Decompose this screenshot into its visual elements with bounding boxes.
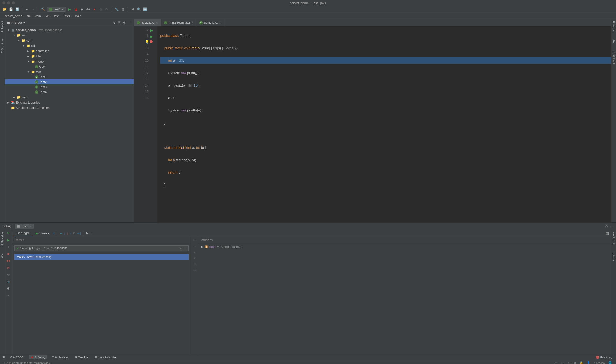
- close-window[interactable]: [2, 1, 5, 4]
- line-separator[interactable]: LF: [560, 361, 566, 364]
- tree-folder[interactable]: ▼📁com: [5, 38, 134, 43]
- evaluate-icon[interactable]: 🖩: [86, 232, 89, 235]
- status-icon[interactable]: ▢: [2, 361, 5, 364]
- tree-folder[interactable]: ▶📁controller: [5, 48, 134, 53]
- gear-icon[interactable]: ⚙: [605, 224, 608, 228]
- step-out-icon[interactable]: ↑: [70, 232, 72, 235]
- console-tab[interactable]: ▶ Console: [33, 231, 51, 236]
- star-icon[interactable]: ☆: [7, 273, 10, 276]
- java-ee-tab[interactable]: ▦Java Enterprise: [93, 355, 118, 359]
- tool-window-icon[interactable]: ▦: [2, 356, 5, 359]
- translate-icon[interactable]: 🔤: [143, 7, 148, 12]
- stop-icon[interactable]: ■: [7, 252, 9, 256]
- favorites-tool-button[interactable]: 2: Favorites: [1, 232, 4, 245]
- run-line-icon[interactable]: ▶: [150, 34, 153, 40]
- tree-class[interactable]: c User: [5, 64, 134, 69]
- leetcode-tool-button[interactable]: leetcode: [612, 252, 615, 262]
- hammer-icon[interactable]: 🔨: [41, 7, 45, 12]
- hide-icon[interactable]: —: [611, 224, 614, 228]
- run-to-cursor-icon[interactable]: →|: [77, 232, 81, 235]
- project-tree[interactable]: ▼▦servlet_demo ~/workspace/idea/ ▼📁src ▼…: [5, 26, 134, 222]
- close-icon[interactable]: ×: [191, 21, 193, 25]
- ant-tool-button[interactable]: Ant: [612, 39, 615, 43]
- indent[interactable]: 4 spaces: [592, 361, 606, 364]
- tree-libraries[interactable]: ▶📚External Libraries: [5, 100, 134, 105]
- step-into-icon[interactable]: ↓: [64, 232, 65, 235]
- wrench-icon[interactable]: 🔧: [114, 7, 119, 12]
- breadcrumb[interactable]: src: [24, 14, 33, 18]
- run-icon[interactable]: ▶: [67, 7, 72, 12]
- tree-folder[interactable]: ▼📁src: [5, 33, 134, 38]
- tree-class[interactable]: c Test4: [5, 90, 134, 94]
- tree-class[interactable]: c Test3: [5, 84, 134, 90]
- attach-icon[interactable]: ⎘: [98, 7, 103, 12]
- run-line-icon[interactable]: ▶: [150, 27, 153, 34]
- add-watch-icon[interactable]: +: [194, 238, 196, 242]
- tree-scratches[interactable]: 📁Scratches and Consoles: [5, 105, 134, 110]
- breadcrumb[interactable]: Test1: [61, 14, 73, 18]
- up-icon[interactable]: ↑: [182, 247, 184, 250]
- forward-icon[interactable]: →: [31, 7, 36, 12]
- rerun-icon[interactable]: ↻: [7, 231, 10, 235]
- back-icon[interactable]: ←: [25, 7, 29, 12]
- chrome-icon[interactable]: 🌐: [606, 361, 614, 364]
- intention-bulb-icon[interactable]: 💡: [145, 39, 149, 45]
- trace-icon[interactable]: ≡: [90, 232, 92, 235]
- run-config-selector[interactable]: c Test1 ▾: [47, 7, 66, 12]
- debug-icon[interactable]: 🐞: [73, 7, 78, 12]
- collapse-icon[interactable]: ⇱: [118, 21, 120, 24]
- editor-content[interactable]: 5678 9101112 13141516 ▶ ▶ 💡 public class…: [134, 26, 611, 222]
- settings-icon[interactable]: ⚙: [7, 287, 10, 290]
- drop-frame-icon[interactable]: ↶: [73, 232, 75, 235]
- refresh-icon[interactable]: 🔄: [15, 7, 20, 12]
- structure-tool-button[interactable]: 7: Structure: [1, 39, 4, 53]
- encoding[interactable]: UTF-8: [566, 361, 578, 364]
- tree-root[interactable]: ▼▦servlet_demo ~/workspace/idea/: [5, 27, 134, 33]
- code-area[interactable]: public class Test1 { public static void …: [157, 26, 611, 222]
- more-icon[interactable]: »: [7, 294, 9, 297]
- layout-icon[interactable]: ▦: [606, 232, 609, 235]
- tree-folder[interactable]: ▶📁filter: [5, 53, 134, 59]
- line-gutter[interactable]: 5678 9101112 13141516 ▶ ▶ 💡: [134, 26, 153, 222]
- breadcrumb[interactable]: test: [51, 14, 61, 18]
- close-icon[interactable]: ×: [219, 21, 221, 25]
- step-over-icon[interactable]: ⤻: [60, 232, 63, 235]
- breakpoints-icon[interactable]: ●●: [6, 259, 10, 263]
- threads-icon[interactable]: ≡: [53, 232, 55, 235]
- target-icon[interactable]: ⊕: [113, 21, 116, 24]
- close-icon[interactable]: ×: [30, 225, 31, 228]
- coverage-icon[interactable]: ▶: [80, 7, 84, 12]
- tree-folder[interactable]: ▼📁model: [5, 59, 134, 64]
- hide-icon[interactable]: —: [128, 21, 131, 24]
- breakpoint-icon[interactable]: [150, 40, 153, 43]
- profile-icon[interactable]: ◷▾: [86, 7, 91, 12]
- maximize-window[interactable]: [12, 1, 15, 4]
- breadcrumb[interactable]: main: [72, 14, 83, 18]
- tree-folder[interactable]: ▶📁web: [5, 94, 134, 100]
- gear-icon[interactable]: ⚙: [123, 21, 126, 24]
- close-icon[interactable]: ×: [156, 21, 158, 25]
- tree-class[interactable]: c Test1: [5, 74, 134, 79]
- thread-selector[interactable]: ✔ "main"@1 in gro…"main": RUNNING ▾ ↑ ↓: [14, 245, 189, 251]
- force-step-into-icon[interactable]: ↓: [67, 232, 68, 235]
- up-icon[interactable]: ▲: [193, 250, 196, 254]
- inspect-icon[interactable]: 👤: [585, 361, 592, 364]
- database-tool-button[interactable]: Database: [612, 21, 615, 32]
- minimize-window[interactable]: [7, 1, 10, 4]
- breadcrumb[interactable]: xxl: [43, 14, 52, 18]
- stop-icon[interactable]: ■: [92, 7, 97, 12]
- tree-folder[interactable]: ▼📁xxl: [5, 43, 134, 48]
- todo-tab[interactable]: ✔6: TODO: [9, 355, 25, 359]
- open-icon[interactable]: 📂: [2, 7, 7, 12]
- debug-session-tab[interactable]: ▦ Test1 ×: [15, 224, 34, 229]
- wordbook-tool-button[interactable]: Word Book: [612, 232, 615, 245]
- chevron-down-icon[interactable]: ▾: [24, 21, 25, 24]
- web-tool-button[interactable]: Web: [1, 253, 4, 258]
- event-log-tab[interactable]: 3Event Log: [594, 355, 614, 359]
- down-icon[interactable]: ▼: [193, 256, 196, 260]
- editor-tab[interactable]: cString.java×: [196, 19, 224, 26]
- expand-icon[interactable]: ▶: [201, 245, 203, 248]
- tree-folder[interactable]: ▼📁test: [5, 69, 134, 74]
- lock-icon[interactable]: 🔓: [578, 361, 585, 364]
- down-icon[interactable]: ↓: [185, 247, 187, 250]
